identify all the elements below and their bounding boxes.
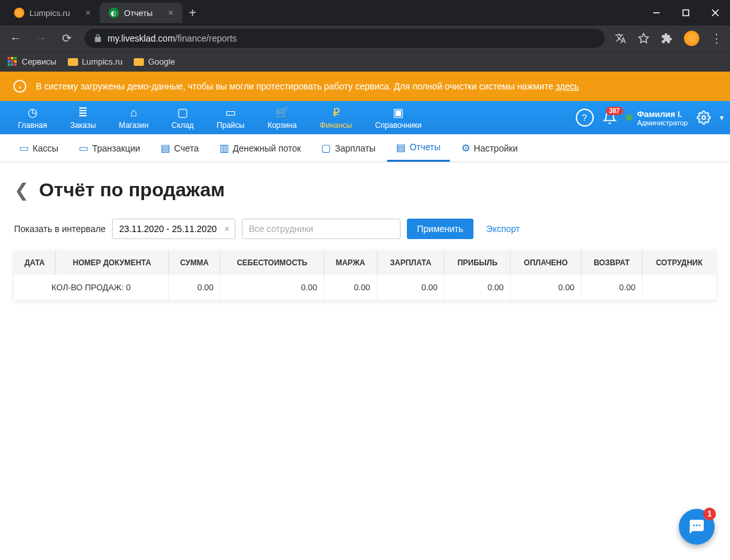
sub-label: Транзакции	[92, 143, 140, 153]
summary-cell: 0.00	[581, 275, 642, 300]
col-header[interactable]: ДАТА	[14, 251, 56, 275]
col-header[interactable]: СОТРУДНИК	[642, 251, 716, 275]
profile-avatar[interactable]	[684, 31, 699, 46]
truck-icon: ▭	[225, 105, 236, 120]
extension-icon[interactable]	[661, 33, 672, 44]
table-header-row: ДАТА НОМЕР ДОКУМЕНТА СУММА СЕБЕСТОИМОСТЬ…	[14, 251, 716, 275]
col-header[interactable]: НОМЕР ДОКУМЕНТА	[56, 251, 169, 275]
status-dot-icon	[626, 114, 632, 121]
list-icon: ≣	[78, 105, 88, 120]
browser-tabs: Lumpics.ru × ◐ Отчеты × +	[0, 3, 642, 23]
tab-title: Lumpics.ru	[29, 8, 70, 18]
col-header[interactable]: ОПЛАЧЕНО	[511, 251, 582, 275]
user-role: Администратор	[637, 119, 688, 127]
filter-label: Показать в интервале	[14, 224, 106, 234]
bookmark-item[interactable]: Lumpics.ru	[68, 57, 123, 66]
apps-grid-icon	[8, 57, 18, 67]
bookmark-apps[interactable]: Сервисы	[8, 57, 56, 67]
forward-button[interactable]: →	[33, 32, 49, 45]
translate-icon[interactable]	[615, 33, 626, 44]
user-menu[interactable]: Фамилия I. Администратор	[626, 109, 688, 127]
col-header[interactable]: МАРЖА	[324, 251, 377, 275]
col-header[interactable]: ВОЗВРАТ	[581, 251, 642, 275]
col-header[interactable]: ЗАРПЛАТА	[377, 251, 445, 275]
clear-icon[interactable]: ×	[225, 224, 230, 234]
notifications-button[interactable]: 387	[603, 111, 617, 125]
nav-cart[interactable]: 🛒 Корзина	[256, 101, 308, 134]
nav-label: Магазин	[119, 121, 148, 130]
svg-rect-1	[683, 10, 689, 16]
url-text: my.livesklad.com/finance/reports	[107, 33, 237, 43]
bookmarks-bar: Сервисы Lumpics.ru Google	[0, 51, 730, 72]
tab-cashflow[interactable]: ▥ Денежный поток	[210, 134, 310, 162]
svg-marker-4	[639, 34, 649, 43]
browser-tab[interactable]: ◐ Отчеты ×	[100, 3, 182, 23]
star-icon[interactable]	[638, 33, 649, 44]
sub-label: Отчеты	[409, 142, 440, 152]
report-table: ДАТА НОМЕР ДОКУМЕНТА СУММА СЕБЕСТОИМОСТЬ…	[14, 251, 716, 300]
tab-title: Отчеты	[124, 8, 153, 18]
nav-home[interactable]: ◷ Главная	[6, 101, 59, 134]
nav-warehouse[interactable]: ▢ Склад	[160, 101, 205, 134]
bookmark-label: Сервисы	[22, 57, 56, 66]
back-chevron-icon[interactable]: ❮	[14, 180, 29, 201]
nav-orders[interactable]: ≣ Заказы	[59, 101, 107, 134]
toolbar-icons: ⋮	[615, 31, 722, 46]
reload-button[interactable]: ⟳	[59, 31, 74, 45]
summary-cell: 0.00	[168, 275, 220, 300]
back-button[interactable]: ←	[8, 32, 23, 45]
user-name: Фамилия I.	[637, 109, 688, 119]
close-window-button[interactable]	[701, 0, 730, 26]
tab-accounts[interactable]: ▤ Счета	[152, 134, 208, 162]
maximize-button[interactable]	[671, 0, 701, 26]
info-icon	[13, 79, 27, 93]
invoice-icon: ▤	[161, 142, 170, 154]
app-content: В систему загружены демо-данные, чтобы в…	[0, 72, 730, 560]
col-header[interactable]: ПРИБЫЛЬ	[445, 251, 511, 275]
chat-icon	[688, 518, 705, 535]
nav-shop[interactable]: ⌂ Магазин	[107, 101, 160, 134]
banner-link[interactable]: здесь	[556, 81, 579, 91]
export-link[interactable]: Экспорт	[486, 224, 520, 234]
tab-transactions[interactable]: ▭ Транзакции	[70, 134, 149, 162]
bookmark-item[interactable]: Google	[134, 57, 175, 66]
nav-prices[interactable]: ▭ Прайсы	[205, 101, 256, 134]
close-icon[interactable]: ×	[168, 8, 173, 18]
employee-filter-input[interactable]	[242, 219, 401, 239]
apply-button[interactable]: Применить	[407, 219, 473, 239]
help-button[interactable]: ?	[576, 109, 594, 127]
col-header[interactable]: СЕБЕСТОИМОСТЬ	[220, 251, 324, 275]
nav-label: Главная	[18, 121, 47, 130]
tab-reports[interactable]: ▤ Отчеты	[387, 134, 449, 162]
minimize-button[interactable]	[642, 0, 671, 26]
settings-button[interactable]	[697, 111, 711, 125]
favicon-icon	[14, 8, 24, 18]
chevron-down-icon[interactable]: ▾	[720, 113, 724, 122]
address-bar[interactable]: my.livesklad.com/finance/reports	[84, 29, 605, 48]
close-icon[interactable]: ×	[86, 8, 91, 18]
browser-tab[interactable]: Lumpics.ru ×	[5, 3, 100, 23]
date-range-picker[interactable]: 23.11.2020 - 25.11.2020 ×	[112, 219, 235, 239]
chart-icon: ▥	[219, 142, 229, 154]
new-tab-button[interactable]: +	[182, 6, 203, 20]
col-header[interactable]: СУММА	[168, 251, 220, 275]
nav-references[interactable]: ▣ Справочники	[363, 101, 433, 134]
summary-cell: 0.00	[511, 275, 582, 300]
tab-cash-registers[interactable]: ▭ Кассы	[10, 134, 67, 162]
chat-widget-button[interactable]: 1	[679, 509, 715, 545]
user-info: Фамилия I. Администратор	[637, 109, 688, 127]
nav-finance[interactable]: ₽ Финансы	[308, 101, 363, 134]
box-icon: ▢	[177, 105, 188, 120]
svg-point-8	[702, 116, 706, 120]
nav-label: Справочники	[375, 121, 422, 130]
tab-settings[interactable]: ⚙ Настройки	[452, 134, 527, 162]
date-range-value: 23.11.2020 - 25.11.2020	[119, 224, 217, 234]
page-header: ❮ Отчёт по продажам	[14, 179, 716, 201]
menu-icon[interactable]: ⋮	[711, 31, 722, 45]
nav-label: Заказы	[70, 121, 96, 130]
tab-salaries[interactable]: ▢ Зарплаты	[312, 134, 385, 162]
banner-text: В систему загружены демо-данные, чтобы в…	[36, 81, 579, 91]
table-summary-row: КОЛ-ВО ПРОДАЖ: 0 0.00 0.00 0.00 0.00 0.0…	[14, 275, 716, 300]
gauge-icon: ◷	[28, 105, 38, 120]
page-content: ❮ Отчёт по продажам Показать в интервале…	[0, 162, 730, 316]
